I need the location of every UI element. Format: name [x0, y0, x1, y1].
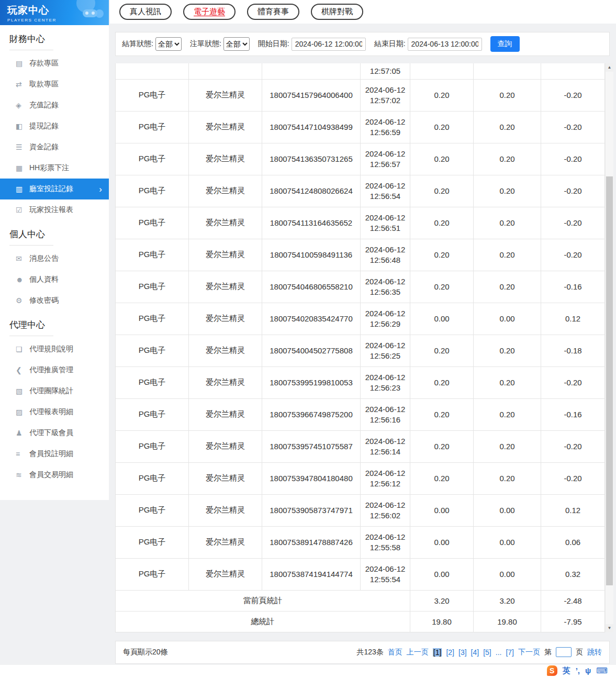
- profit-cell: -0.18: [541, 335, 605, 366]
- sidebar-item-agent-report-detail[interactable]: ▨ 代理報表明細 ›: [0, 402, 109, 423]
- sidebar-item-change-password[interactable]: ⚙ 修改密碼 ›: [0, 290, 109, 311]
- time-cell: 2024-06-12 12:55:58: [361, 526, 410, 558]
- tab-electronic-games[interactable]: 電子遊藝: [183, 4, 236, 20]
- sidebar-item-hh-lottery[interactable]: ▦ HH彩票下注 ›: [0, 158, 109, 179]
- profit-cell: -0.20: [541, 143, 605, 175]
- date-text: 2024-06-12: [362, 340, 408, 351]
- time-text: 12:56:14: [362, 447, 408, 457]
- sidebar-item-recharge-record[interactable]: ◈ 充值記錄 ›: [0, 95, 109, 116]
- ime-mic-icon[interactable]: ψ: [585, 665, 591, 676]
- sidebar-item-label: 消息公告: [29, 254, 59, 263]
- sidebar-item-withdraw-record[interactable]: ◧ 提現記錄 ›: [0, 116, 109, 137]
- settle-status-select[interactable]: 全部: [155, 37, 182, 51]
- bet-amount-cell: 0.00: [410, 303, 474, 335]
- table-row: PG电子 爱尔兰精灵 1800754157964006400 2024-06-1…: [116, 79, 605, 111]
- sidebar-item-member-bet-detail[interactable]: ≡ 會員投註明細 ›: [0, 443, 109, 464]
- table-row: PG电子 爱尔兰精灵 1800754136350731265 2024-06-1…: [116, 143, 605, 175]
- page-link[interactable]: [4]: [471, 648, 479, 657]
- game-cell: 爱尔兰精灵: [189, 526, 262, 558]
- end-date-input[interactable]: [408, 38, 482, 51]
- platform-cell: PG电子: [116, 526, 189, 558]
- settle-status-label: 結算狀態:: [122, 39, 153, 49]
- summary-profit-cell: -2.48: [541, 590, 605, 611]
- tab-board-games[interactable]: 棋牌對戰: [311, 4, 363, 20]
- sidebar-item-label: 會員交易明細: [29, 470, 73, 480]
- table-scrollbar[interactable]: ▲ ▼: [605, 63, 613, 632]
- category-tabbar: 真人視訊 電子遊藝 體育賽事 棋牌對戰: [110, 0, 616, 24]
- scroll-up-arrow-icon[interactable]: ▲: [606, 63, 613, 72]
- sidebar-item-funds-record[interactable]: ☰ 資金記錄 ›: [0, 137, 109, 158]
- scrollbar-track[interactable]: [606, 72, 613, 624]
- sidebar-item-agent-promotion[interactable]: ❮ 代理推廣管理 ›: [0, 360, 109, 381]
- profile-icon: ☻: [16, 275, 29, 284]
- game-cell: [189, 63, 262, 79]
- search-button[interactable]: 查詢: [490, 36, 520, 52]
- jump-page-input[interactable]: [556, 647, 572, 657]
- order-status-label: 注單狀態:: [190, 39, 221, 49]
- bet-amount-cell: 0.20: [410, 430, 474, 462]
- page-ellipsis: ...: [496, 648, 502, 657]
- sidebar-item-agent-team-stats[interactable]: ▧ 代理團隊統計 ›: [0, 381, 109, 402]
- summary-row: 當前頁統計 3.20 3.20 -2.48: [116, 590, 605, 611]
- start-date-input[interactable]: [292, 38, 366, 51]
- sidebar-item-label: 資金記錄: [29, 142, 59, 152]
- order-no-cell: 1800753874194144774: [262, 558, 361, 590]
- page-link[interactable]: [5]: [483, 648, 491, 657]
- summary-bet-cell: 3.20: [410, 590, 474, 611]
- sidebar-item-member-trade-detail[interactable]: ≋ 會員交易明細 ›: [0, 464, 109, 485]
- time-text: 12:56:02: [362, 510, 408, 521]
- ime-keyboard-icon[interactable]: ⌨: [596, 665, 608, 676]
- jump-prefix-text: 第: [544, 648, 552, 657]
- order-no-cell: 1800754124808026624: [262, 175, 361, 207]
- tab-live-video[interactable]: 真人視訊: [119, 4, 172, 20]
- time-text: 12:56:25: [362, 351, 408, 361]
- sidebar-item-deposit[interactable]: ▤ 存款專區 ›: [0, 53, 109, 74]
- time-text: 12:56:54: [362, 191, 408, 202]
- jump-button[interactable]: 跳转: [587, 648, 602, 657]
- current-page-indicator[interactable]: [1]: [433, 648, 442, 657]
- sidebar-header: 玩家中心 PLAYERS CENTER: [0, 0, 109, 25]
- time-cell: 2024-06-12 12:56:12: [361, 462, 410, 494]
- date-text: 2024-06-12: [362, 500, 408, 510]
- sidebar-item-agent-sub-members[interactable]: ♟ 代理下級會員 ›: [0, 423, 109, 443]
- tab-sports[interactable]: 體育賽事: [247, 4, 299, 20]
- scrollbar-thumb[interactable]: [606, 176, 613, 585]
- table-row: PG电子 爱尔兰精灵 1800753995199810053 2024-06-1…: [116, 366, 605, 398]
- order-no-cell: [262, 63, 361, 79]
- prev-page-link[interactable]: 上一页: [407, 648, 429, 657]
- valid-amount-cell: 0.20: [474, 366, 541, 398]
- start-date-label: 開始日期:: [258, 39, 289, 49]
- summary-row: 總統計 19.80 19.80 -7.95: [116, 611, 605, 632]
- sidebar-item-agent-rules[interactable]: ❏ 代理規則說明 ›: [0, 339, 109, 360]
- member-bets-icon: ≡: [16, 450, 29, 458]
- sidebar-item-profile[interactable]: ☻ 個人資料 ›: [0, 269, 109, 290]
- table-row: PG电子 爱尔兰精灵 1800753905873747971 2024-06-1…: [116, 494, 605, 526]
- bet-amount-cell: 0.20: [410, 175, 474, 207]
- order-no-cell: 1800753966749875200: [262, 398, 361, 430]
- sidebar-item-player-bet-report[interactable]: ☑ 玩家投注報表 ›: [0, 199, 109, 220]
- sidebar-item-label: 代理團隊統計: [29, 386, 73, 396]
- date-text: 2024-06-12: [362, 532, 408, 542]
- sogou-ime-logo-icon[interactable]: S: [547, 665, 557, 676]
- page-link[interactable]: [2]: [446, 648, 454, 657]
- page-link[interactable]: [3]: [458, 648, 467, 657]
- date-text: 2024-06-12: [362, 181, 408, 191]
- funds-record-icon: ☰: [16, 143, 29, 151]
- ime-language-indicator[interactable]: 英: [563, 665, 570, 676]
- sidebar-item-label: 代理規則說明: [29, 344, 73, 354]
- next-page-link[interactable]: 下一页: [518, 648, 540, 657]
- sidebar-item-room-bet-record[interactable]: ▥ 廳室投註記錄 ›: [0, 179, 109, 199]
- page-link[interactable]: [7]: [506, 648, 514, 657]
- first-page-link[interactable]: 首页: [388, 648, 402, 657]
- sidebar-item-withdraw[interactable]: ⇄ 取款專區 ›: [0, 74, 109, 95]
- sidebar-item-announcements[interactable]: ✉ 消息公告 ›: [0, 248, 109, 269]
- sidebar-item-label: 玩家投注報表: [29, 205, 73, 215]
- order-status-select[interactable]: 全部: [223, 37, 250, 51]
- game-cell: 爱尔兰精灵: [189, 79, 262, 111]
- table-row: PG电子 爱尔兰精灵 1800753947804180480 2024-06-1…: [116, 462, 605, 494]
- game-cell: 爱尔兰精灵: [189, 430, 262, 462]
- chevron-right-icon: ›: [99, 185, 102, 194]
- platform-cell: PG电子: [116, 398, 189, 430]
- scroll-down-arrow-icon[interactable]: ▼: [606, 624, 613, 632]
- ime-punctuation-indicator[interactable]: ’,: [576, 665, 580, 676]
